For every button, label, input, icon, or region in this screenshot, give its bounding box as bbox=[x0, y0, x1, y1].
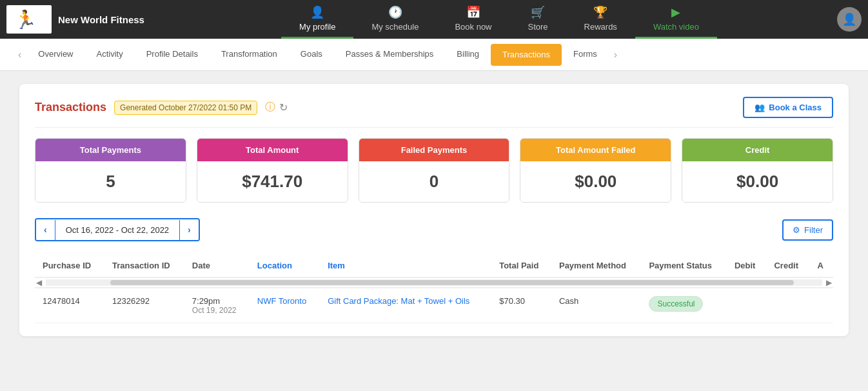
book-class-icon: 👥 bbox=[755, 103, 765, 112]
book-class-button[interactable]: 👥 Book a Class bbox=[743, 97, 833, 118]
store-icon: 🛒 bbox=[531, 5, 545, 19]
stat-card-value-total-amount-failed: $0.00 bbox=[520, 161, 671, 202]
table-row: 12478014 12326292 7:29pm Oct 19, 2022 NW… bbox=[35, 288, 833, 323]
date-value: Oct 19, 2022 bbox=[192, 306, 242, 315]
col-purchase-id: Purchase ID bbox=[35, 254, 104, 277]
sub-nav-item-goals[interactable]: Goals bbox=[289, 39, 334, 70]
stat-card-credit: Credit $0.00 bbox=[682, 138, 833, 203]
nav-item-book-now[interactable]: 📅 Book now bbox=[437, 0, 509, 39]
nav-item-store[interactable]: 🛒 Store bbox=[510, 0, 566, 39]
nav-items: 👤 My profile 🕐 My schedule 📅 Book now 🛒 … bbox=[161, 0, 837, 39]
nav-item-my-schedule[interactable]: 🕐 My schedule bbox=[353, 0, 437, 39]
col-payment-status: Payment Status bbox=[641, 254, 726, 277]
sub-nav-item-activity[interactable]: Activity bbox=[85, 39, 135, 70]
transactions-table: Purchase ID Transaction ID Date Location… bbox=[35, 254, 833, 323]
scrollbar-container: ◀ ▶ bbox=[35, 278, 833, 287]
cell-total-paid: $70.30 bbox=[491, 288, 551, 323]
col-transaction-id: Transaction ID bbox=[104, 254, 184, 277]
sub-nav-item-profile-details[interactable]: Profile Details bbox=[135, 39, 210, 70]
col-item: Item bbox=[320, 254, 491, 277]
transactions-header: Transactions Generated October 27/2022 0… bbox=[35, 97, 833, 128]
table-container: Purchase ID Transaction ID Date Location… bbox=[35, 254, 833, 323]
col-total-paid: Total Paid bbox=[491, 254, 551, 277]
cell-payment-status: Successful bbox=[641, 288, 726, 323]
cell-debit bbox=[727, 288, 767, 323]
transactions-header-left: Transactions Generated October 27/2022 0… bbox=[35, 101, 288, 115]
stat-card-header-failed-payments: Failed Payments bbox=[359, 139, 509, 161]
location-link[interactable]: NWF Toronto bbox=[257, 296, 306, 306]
scrollbar-thumb bbox=[110, 280, 794, 285]
sub-nav-next-arrow[interactable]: › bbox=[609, 49, 622, 61]
stat-card-total-payments: Total Payments 5 bbox=[35, 138, 186, 203]
stat-card-total-amount-failed: Total Amount Failed $0.00 bbox=[520, 138, 671, 203]
col-date: Date bbox=[184, 254, 250, 277]
item-link[interactable]: Gift Card Package: Mat + Towel + Oils bbox=[328, 296, 469, 306]
col-credit: Credit bbox=[766, 254, 809, 277]
sub-nav-item-passes-memberships[interactable]: Passes & Memberships bbox=[334, 39, 446, 70]
date-range-next-button[interactable]: › bbox=[180, 219, 199, 240]
stat-card-header-total-amount: Total Amount bbox=[197, 139, 348, 161]
col-debit: Debit bbox=[727, 254, 767, 277]
watch-video-icon: ▶ bbox=[671, 5, 680, 19]
cell-date: 7:29pm Oct 19, 2022 bbox=[184, 288, 250, 323]
stat-card-header-total-payments: Total Payments bbox=[35, 139, 186, 161]
rewards-icon: 🏆 bbox=[593, 5, 607, 19]
schedule-icon: 🕐 bbox=[388, 5, 402, 19]
date-range-picker: ‹ Oct 16, 2022 - Oct 22, 2022 › bbox=[35, 218, 200, 241]
stat-card-value-failed-payments: 0 bbox=[359, 161, 509, 202]
col-location: Location bbox=[250, 254, 320, 277]
cell-purchase-id: 12478014 bbox=[35, 288, 104, 323]
sub-nav-prev-arrow[interactable]: ‹ bbox=[13, 49, 26, 61]
info-icon[interactable]: ⓘ bbox=[265, 101, 275, 114]
status-badge: Successful bbox=[649, 296, 703, 312]
filter-icon: ⚙ bbox=[793, 225, 800, 235]
book-now-icon: 📅 bbox=[466, 5, 480, 19]
transactions-card: Transactions Generated October 27/2022 0… bbox=[19, 84, 849, 336]
date-range-text: Oct 16, 2022 - Oct 22, 2022 bbox=[55, 220, 180, 240]
stat-card-value-total-amount: $741.70 bbox=[197, 161, 348, 202]
top-nav: 🏃 New World Fitness 👤 My profile 🕐 My sc… bbox=[0, 0, 868, 39]
nav-item-my-profile[interactable]: 👤 My profile bbox=[281, 0, 353, 39]
scroll-right-arrow[interactable]: ▶ bbox=[825, 278, 833, 287]
scroll-left-arrow[interactable]: ◀ bbox=[35, 278, 43, 287]
profile-icon: 👤 bbox=[310, 5, 324, 19]
stat-card-total-amount: Total Amount $741.70 bbox=[197, 138, 348, 203]
nav-item-rewards[interactable]: 🏆 Rewards bbox=[566, 0, 635, 39]
sub-nav: ‹ Overview Activity Profile Details Tran… bbox=[0, 39, 868, 71]
main-content: Transactions Generated October 27/2022 0… bbox=[0, 71, 868, 349]
scrollbar[interactable] bbox=[46, 279, 822, 286]
stat-card-header-credit: Credit bbox=[682, 139, 833, 161]
stat-card-header-total-amount-failed: Total Amount Failed bbox=[520, 139, 671, 161]
avatar[interactable]: 👤 bbox=[837, 7, 862, 32]
nav-item-watch-video[interactable]: ▶ Watch video bbox=[635, 0, 717, 39]
date-range-prev-button[interactable]: ‹ bbox=[36, 219, 55, 240]
cell-transaction-id: 12326292 bbox=[104, 288, 184, 323]
logo-area: 🏃 New World Fitness bbox=[6, 5, 161, 34]
cell-location: NWF Toronto bbox=[250, 288, 320, 323]
stat-card-value-total-payments: 5 bbox=[35, 161, 186, 202]
logo-box: 🏃 bbox=[6, 5, 52, 34]
cell-item: Gift Card Package: Mat + Towel + Oils bbox=[320, 288, 491, 323]
refresh-icon[interactable]: ↻ bbox=[279, 101, 288, 114]
cell-payment-method: Cash bbox=[551, 288, 641, 323]
stats-row: Total Payments 5 Total Amount $741.70 Fa… bbox=[35, 138, 833, 203]
sub-nav-item-overview[interactable]: Overview bbox=[26, 39, 84, 70]
page-title: Transactions bbox=[35, 101, 106, 114]
date-range-row: ‹ Oct 16, 2022 - Oct 22, 2022 › ⚙ Filter bbox=[35, 218, 833, 241]
sub-nav-item-billing[interactable]: Billing bbox=[445, 39, 491, 70]
cell-credit bbox=[766, 288, 809, 323]
generated-badge: Generated October 27/2022 01:50 PM bbox=[114, 101, 257, 115]
time-value: 7:29pm bbox=[192, 296, 242, 306]
sub-nav-item-transformation[interactable]: Transformation bbox=[210, 39, 289, 70]
cell-a bbox=[810, 288, 833, 323]
info-icons: ⓘ ↻ bbox=[265, 101, 288, 114]
nav-right: 👤 bbox=[837, 7, 862, 32]
app-title: New World Fitness bbox=[58, 14, 144, 25]
filter-button[interactable]: ⚙ Filter bbox=[782, 219, 833, 241]
col-payment-method: Payment Method bbox=[551, 254, 641, 277]
stat-card-failed-payments: Failed Payments 0 bbox=[359, 138, 510, 203]
svg-text:🏃: 🏃 bbox=[14, 9, 37, 30]
sub-nav-item-transactions[interactable]: Transactions bbox=[491, 44, 562, 66]
stat-card-value-credit: $0.00 bbox=[682, 161, 833, 202]
sub-nav-item-forms[interactable]: Forms bbox=[562, 39, 609, 70]
